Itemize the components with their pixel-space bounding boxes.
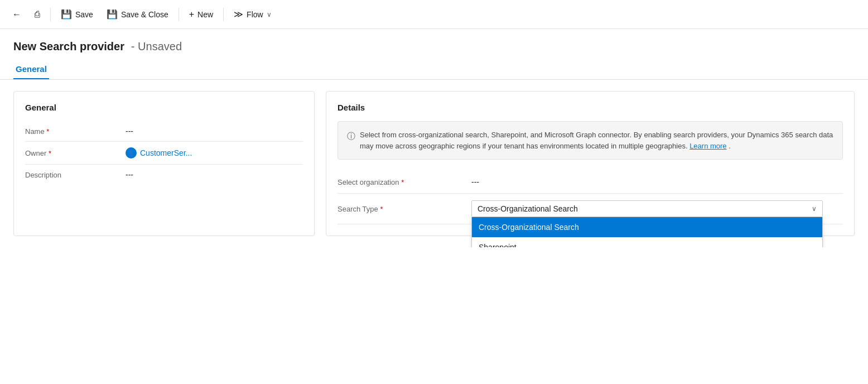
description-value: --- [126,170,133,179]
info-box: ⓘ Select from cross-organizational searc… [337,121,843,160]
flow-button[interactable]: ≫ Flow ∨ [228,6,277,23]
main-content: General Name * --- Owner * 👤 CustomerSer… [0,80,868,247]
select-organization-label: Select organization * [337,178,471,186]
owner-avatar: 👤 [126,147,137,159]
info-text: Select from cross-organizational search,… [360,129,833,151]
search-type-dropdown-wrapper: Cross-Organizational Search ∨ Cross-Orga… [471,200,823,217]
name-field: Name * --- [25,121,303,142]
divider-2 [179,8,179,21]
tabs-bar: General [0,60,868,80]
info-text-content: Select from cross-organizational search,… [360,131,833,150]
open-in-new-button[interactable]: ⎙ [29,6,46,23]
select-organization-value: --- [471,177,479,186]
owner-value[interactable]: 👤 CustomerSer... [126,147,192,159]
name-required-indicator: * [46,127,49,136]
search-type-dropdown[interactable]: Cross-Organizational Search ∨ [471,200,823,217]
divider-1 [50,8,51,21]
details-card: Details ⓘ Select from cross-organization… [326,91,855,236]
flow-icon: ≫ [234,9,243,20]
dropdown-option-cross-org[interactable]: Cross-Organizational Search [472,217,822,237]
new-button[interactable]: + New [184,6,219,23]
open-icon: ⎙ [35,9,40,20]
flow-chevron-icon: ∨ [267,11,272,18]
save-label: Save [75,10,93,19]
page-subtitle: - Unsaved [131,40,182,52]
search-type-required-indicator: * [380,205,383,213]
dropdown-chevron-icon: ∨ [812,205,817,213]
learn-more-link[interactable]: Learn more [689,142,726,150]
org-required-indicator: * [401,178,404,186]
back-icon: ← [12,9,21,20]
new-icon: + [189,9,194,20]
owner-field: Owner * 👤 CustomerSer... [25,142,303,165]
back-button[interactable]: ← [7,6,27,23]
general-card-title: General [25,103,303,112]
save-button[interactable]: 💾 Save [55,6,99,23]
owner-name: CustomerSer... [140,148,192,157]
select-organization-field: Select organization * --- [337,171,843,194]
name-label: Name * [25,127,126,136]
flow-label: Flow [247,10,263,19]
name-value: --- [126,127,133,136]
page-header: New Search provider - Unsaved [0,29,868,60]
page-title: New Search provider [13,40,124,52]
save-close-button[interactable]: 💾 Save & Close [101,6,174,23]
description-label: Description [25,171,126,179]
description-field: Description --- [25,165,303,185]
save-close-label: Save & Close [121,10,168,19]
save-icon: 💾 [61,9,72,20]
new-label: New [197,10,213,19]
owner-label: Owner * [25,149,126,157]
search-type-field: Search Type * Cross-Organizational Searc… [337,194,843,224]
general-card: General Name * --- Owner * 👤 CustomerSer… [13,91,315,236]
dropdown-selected-value: Cross-Organizational Search [478,204,578,213]
tab-general[interactable]: General [13,60,49,79]
toolbar: ← ⎙ 💾 Save 💾 Save & Close + New ≫ Flow ∨ [0,0,868,29]
divider-3 [223,8,224,21]
search-type-dropdown-menu: Cross-Organizational Search Sharepoint M… [471,217,823,247]
owner-required-indicator: * [49,149,51,157]
search-type-label: Search Type * [337,205,471,213]
info-icon: ⓘ [347,130,355,151]
save-close-icon: 💾 [107,9,118,20]
dropdown-option-sharepoint[interactable]: Sharepoint [472,237,822,247]
details-card-title: Details [337,103,843,112]
